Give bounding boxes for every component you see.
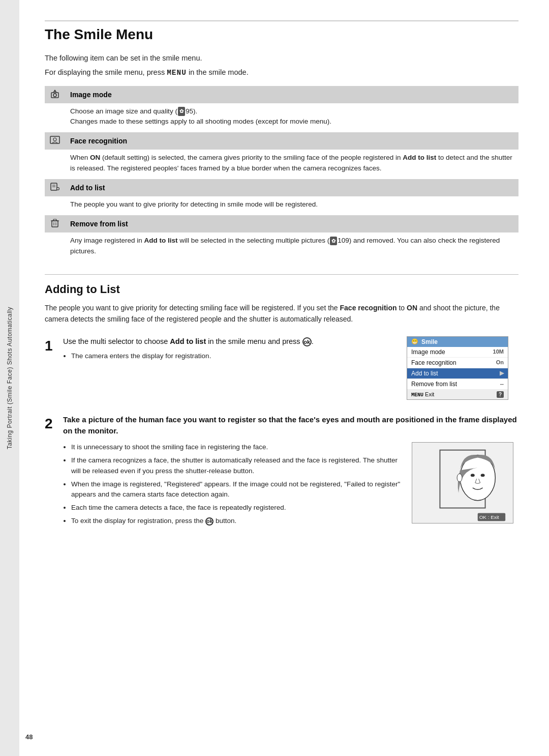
remove-list-text2: will be selected in the selecting multip… [178, 237, 330, 244]
title-section: The Smile Menu [45, 20, 518, 43]
add-list-label: Add to list [65, 179, 518, 196]
camera-menu-label-0: Image mode [411, 348, 445, 356]
step-2-container: 2 Take a picture of the human face you w… [45, 414, 518, 529]
step-2-bullet-2: If the camera recognizes a face, the shu… [71, 455, 402, 477]
remove-list-label: Remove from list [65, 215, 518, 232]
image-mode-icon [45, 86, 65, 103]
svg-rect-11 [52, 221, 58, 227]
camera-menu-label-3: Remove from list [411, 381, 457, 388]
on-bold: ON [407, 304, 417, 312]
step-2-bullet-5: To exit the display for registration, pr… [71, 516, 402, 527]
step-2-bullet-1: It is unnecessary to shoot the smiling f… [71, 442, 402, 453]
face-rec-bold: Face recognition [340, 304, 397, 312]
image-mode-ref: ✿ [178, 107, 185, 116]
svg-point-18 [471, 474, 475, 477]
intro-line2-pre: For displaying the smile menu, press [45, 68, 167, 76]
image-mode-text1: Choose an image size and quality ( [70, 107, 177, 115]
face-rec-on: ON [90, 154, 100, 161]
step-1-heading: Use the multi selector to choose Add to … [63, 336, 396, 347]
smile-icon: 😁 [411, 338, 418, 345]
step-1-bullet-1: The camera enters the display for regist… [71, 351, 396, 361]
camera-menu-title: 😁 Smile [407, 337, 508, 347]
menu-row-add-list-header: Add to list [45, 179, 518, 196]
svg-point-20 [457, 474, 462, 482]
step-1-content: Use the multi selector to choose Add to … [63, 336, 396, 364]
step-1-text-pre: Use the multi selector to choose [63, 337, 170, 345]
face-rec-text1: When [70, 154, 90, 161]
step-2-bullet-3: When the image is registered, "Registere… [71, 479, 402, 501]
menu-label-text: MENU [411, 392, 423, 398]
image-mode-label: Image mode [65, 86, 518, 103]
page-title: The Smile Menu [45, 26, 518, 43]
remove-list-bold: Add to list [144, 237, 178, 244]
remove-list-body: Any image registered in Add to list will… [65, 232, 518, 262]
step-1-text-post: in the smile menu and press [206, 337, 302, 345]
face-rec-icon [45, 132, 65, 150]
face-rec-add-to-list: Add to list [403, 154, 436, 161]
camera-menu-footer-icon: ? [497, 391, 504, 398]
page: Taking Portrait (Smile Face) Shots Autom… [0, 0, 549, 756]
camera-menu-val-2: ▶ [500, 370, 504, 377]
camera-menu-val-1: On [496, 359, 504, 366]
menu-keyword: MENU [167, 69, 187, 77]
ok-circle-icon: ok [302, 337, 312, 346]
image-mode-ref-num: 95 [186, 107, 193, 115]
svg-point-2 [53, 94, 56, 97]
step-1-container: 1 Use the multi selector to choose Add t… [45, 336, 518, 400]
step-2-bullets: It is unnecessary to shoot the smiling f… [71, 442, 402, 527]
face-rec-body: When ON (default setting) is selected, t… [65, 150, 518, 179]
intro-line2-post: in the smile mode. [187, 68, 249, 76]
camera-menu-row-3: Remove from list -- [407, 379, 508, 390]
section-divider [45, 274, 518, 275]
face-rec-text2: (default setting) is selected, the camer… [100, 154, 403, 161]
add-list-icon [45, 179, 65, 196]
menu-row-remove-list-header: Remove from list [45, 215, 518, 232]
remove-list-ref-icon: ✿ [330, 237, 337, 246]
camera-menu-label-2: Add to list [411, 370, 438, 377]
image-mode-text3: Changes made to these settings apply to … [70, 118, 331, 125]
image-mode-body: Choose an image size and quality (✿95). … [65, 103, 518, 133]
svg-point-19 [481, 474, 485, 477]
camera-menu-val-3: -- [500, 381, 504, 388]
page-number: 48 [25, 733, 33, 741]
sidebar-label: Taking Portrait (Smile Face) Shots Autom… [6, 307, 13, 449]
face-registration-box: OK : Exit [412, 442, 513, 524]
camera-menu-val-0: 10M [493, 348, 504, 356]
remove-list-ref-num: 109 [338, 237, 349, 244]
step-1-bullets: The camera enters the display for regist… [71, 351, 396, 361]
face-rec-label: Face recognition [65, 132, 518, 150]
step-2-inner: It is unnecessary to shoot the smiling f… [63, 442, 518, 529]
section-intro: The people you want to give priority for… [45, 302, 518, 325]
intro-line1: The following item can be set in the smi… [45, 53, 518, 64]
main-content: The Smile Menu The following item can be… [19, 0, 549, 756]
ok-circle-inline: ok [205, 517, 214, 526]
add-list-body: The people you want to give priority for… [65, 196, 518, 215]
menu-row-remove-list-body: Any image registered in Add to list will… [45, 232, 518, 262]
svg-point-4 [53, 138, 56, 141]
step-1-text-end: . [312, 337, 314, 345]
sidebar: Taking Portrait (Smile Face) Shots Autom… [0, 0, 19, 756]
camera-menu-footer-menu: MENU Exit [411, 391, 434, 398]
menu-table: Image mode Choose an image size and qual… [45, 86, 518, 262]
camera-menu-mockup: 😁 Smile Image mode 10M Face recognition … [407, 336, 508, 400]
camera-menu-row-2-selected: Add to list ▶ [407, 368, 508, 379]
svg-marker-0 [53, 90, 57, 93]
svg-rect-3 [50, 136, 59, 143]
svg-text:OK : Exit: OK : Exit [479, 514, 499, 520]
camera-menu-row-1: Face recognition On [407, 358, 508, 368]
menu-row-face-rec-body: When ON (default setting) is selected, t… [45, 150, 518, 179]
remove-list-icon [45, 215, 65, 232]
step-1-add-to-list: Add to list [170, 337, 206, 345]
step-2-face-mockup: OK : Exit [412, 442, 518, 524]
camera-menu-label-1: Face recognition [411, 359, 456, 366]
step-1-number: 1 [45, 337, 63, 355]
camera-menu-footer: MENU Exit ? [407, 390, 508, 399]
remove-list-text1: Any image registered in [70, 237, 144, 244]
intro-line2: For displaying the smile menu, press MEN… [45, 67, 518, 79]
section-title: Adding to List [45, 283, 518, 296]
camera-menu-row-0: Image mode 10M [407, 347, 508, 358]
step-2-bullets-container: It is unnecessary to shoot the smiling f… [63, 442, 402, 529]
menu-row-face-rec-header: Face recognition [45, 132, 518, 150]
step-2-number: 2 [45, 415, 63, 432]
menu-row-image-mode-body: Choose an image size and quality (✿95). … [45, 103, 518, 133]
